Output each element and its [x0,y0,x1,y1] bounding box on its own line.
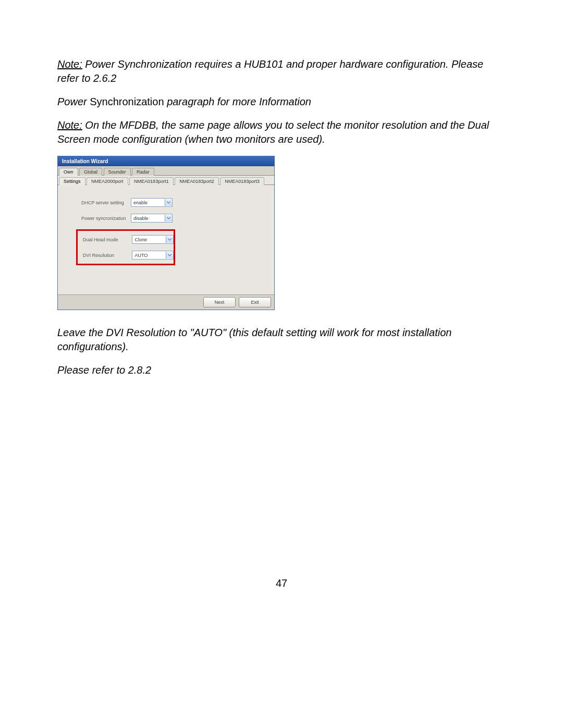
label-dual-head: Dual Head mode [83,237,132,242]
chevron-down-icon [166,236,173,243]
tab-sounder[interactable]: Sounder [104,168,131,176]
line-2a: Power [57,96,90,107]
note-2: Note: On the MFDBB, the same page allows… [57,118,506,146]
combo-dhcp-value: enable [131,200,165,205]
combo-dvi[interactable]: AUTO [132,251,174,260]
titlebar: Installation Wizard [58,156,274,166]
row-psync: Power syncronization disable [58,214,274,223]
tab-own[interactable]: Own [59,168,78,176]
highlight-box: Dual Head mode Clone DVI Resolution AUTO [76,229,175,265]
tab-settings[interactable]: Settings [59,177,85,185]
post-text-2: Please refer to 2.8.2 [57,363,506,377]
combo-dual-head[interactable]: Clone [132,235,174,244]
post-text-1: Leave the DVI Resolution to "AUTO" (this… [57,326,506,354]
note-1-label: Note: [57,58,82,70]
tab-nmea0183-1[interactable]: NMEA0183port1 [129,177,174,185]
page-number: 47 [0,577,563,589]
note-2-label: Note: [57,119,82,131]
line-power-sync: Power Synchronization paragraph for more… [57,95,506,109]
tab-row-sub: Settings NMEA2000port NMEA0183port1 NMEA… [58,176,274,185]
chevron-down-icon [165,215,172,221]
combo-dhcp[interactable]: enable [131,198,173,207]
line-2b: Synchronization [90,96,167,107]
row-dvi: DVI Resolution AUTO [78,251,174,260]
wizard-footer: Next Exit [58,294,274,310]
tab-nmea2000[interactable]: NMEA2000port [87,177,128,185]
next-button[interactable]: Next [203,297,236,307]
row-dual-head: Dual Head mode Clone [78,235,174,244]
combo-dvi-value: AUTO [132,253,166,258]
combo-psync[interactable]: disable [131,214,173,223]
installation-wizard-window: Installation Wizard Own Global Sounder R… [57,156,275,310]
tab-global[interactable]: Global [79,168,102,176]
combo-psync-value: disable [131,216,165,221]
note-2-body: On the MFDBB, the same page allows you t… [57,119,489,145]
tab-nmea0183-2[interactable]: NMEA0183port2 [175,177,219,185]
row-dhcp: DHCP server setting enable [58,198,274,207]
line-2c: paragraph for more Information [167,96,311,107]
chevron-down-icon [166,252,173,258]
exit-button[interactable]: Exit [239,297,271,307]
note-1: Note: Power Synchronization requires a H… [57,57,506,85]
tab-nmea0183-3[interactable]: NMEA0183port3 [220,177,264,185]
chevron-down-icon [165,199,172,206]
tab-radar[interactable]: Radar [132,168,154,176]
settings-panel: DHCP server setting enable Power syncron… [58,185,274,294]
note-1-body: Power Synchronization requires a HUB101 … [57,58,483,84]
combo-dual-head-value: Clone [132,237,166,242]
label-dvi: DVI Resolution [83,253,132,258]
label-dhcp: DHCP server setting [81,200,131,205]
wizard-screenshot: Installation Wizard Own Global Sounder R… [57,156,506,310]
tab-row-top: Own Global Sounder Radar [58,166,274,176]
label-psync: Power syncronization [81,216,131,221]
